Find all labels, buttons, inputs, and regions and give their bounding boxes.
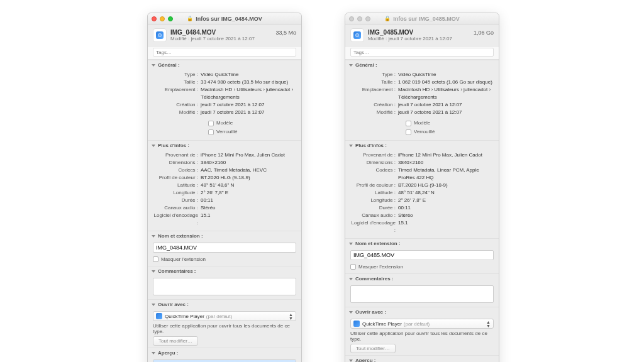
window-title: 🔒 Infos sur IMG_0485.MOV (345, 16, 499, 22)
disclosure-triangle-icon (152, 145, 155, 147)
more-block: Provenant de :iPhone 12 Mini Pro Max, Ju… (345, 150, 499, 238)
hide-extension-label: Masquer l'extension (161, 256, 206, 262)
kv-label: Création : (153, 101, 201, 109)
kv-label: Durée : (153, 197, 201, 204)
kv-value: 48° 51' 48,6" N (201, 182, 296, 189)
open-with-hint: Utiliser cette application pour ouvrir t… (350, 329, 494, 344)
section-name-label: Nom et extension : (158, 233, 203, 239)
checkbox-icon[interactable] (350, 264, 356, 270)
tags-input[interactable] (153, 48, 296, 57)
checkbox-icon[interactable] (153, 256, 158, 262)
kv-label: Durée : (350, 204, 398, 212)
kv-value: Timed Metadata, Linear PCM, Apple ProRes… (398, 167, 494, 182)
window-title-text: Infos sur IMG_0485.MOV (393, 16, 460, 22)
hide-extension-row[interactable]: Masquer l'extension (148, 255, 301, 266)
kv-label: Canaux audio : (350, 212, 398, 219)
kv-label: Dimensions : (153, 159, 201, 167)
section-more-header[interactable]: Plus d'infos : (345, 140, 499, 150)
disclosure-triangle-icon (349, 359, 353, 362)
checkbox-icon[interactable] (406, 129, 411, 135)
open-with-select[interactable]: QuickTime Player (par défaut) ▲▼ (350, 319, 494, 329)
section-preview-header[interactable]: Aperçu : (345, 355, 499, 362)
kv-value: 2° 26' 7,8" E (398, 197, 494, 204)
kv-value: 00:11 (201, 197, 296, 204)
locked-checkbox-row[interactable]: Verrouillé (406, 128, 494, 136)
filesize-short: 1,06 Go (474, 28, 494, 36)
general-block: Type :Vidéo QuickTime Taille :33 474 980… (148, 70, 301, 140)
info-window-1[interactable]: 🔒 Infos sur IMG_0484.MOV IMG_0484.MOV Mo… (147, 13, 302, 362)
kv-value: 15.1 (398, 219, 494, 234)
disclosure-triangle-icon (152, 235, 155, 238)
file-type-icon (350, 28, 364, 42)
more-block: Provenant de :iPhone 12 Mini Pro Max, Ju… (148, 150, 301, 231)
kv-label: Logiciel d'encodage : (153, 212, 201, 227)
checkbox-icon[interactable] (208, 121, 214, 126)
modified-summary: Modifié : jeudi 7 octobre 2021 à 12:07 (368, 36, 474, 41)
kv-label: Emplacement : (350, 86, 398, 101)
kv-value: Stéréo (398, 212, 494, 219)
locked-label: Verrouillé (414, 128, 435, 136)
section-openwith-header[interactable]: Ouvrir avec : (345, 307, 499, 317)
tags-row (148, 46, 301, 60)
change-all-button[interactable]: Tout modifier… (153, 336, 198, 346)
filename: IMG_0484.MOV (170, 29, 275, 36)
section-general-header[interactable]: Général : (345, 60, 499, 70)
section-openwith-label: Ouvrir avec : (355, 309, 386, 315)
filesize-short: 33,5 Mo (275, 28, 296, 36)
disclosure-triangle-icon (152, 270, 155, 273)
locked-label: Verrouillé (216, 128, 237, 136)
section-general-header[interactable]: Général : (148, 60, 301, 70)
kv-label: Taille : (350, 79, 398, 86)
titlebar[interactable]: 🔒 Infos sur IMG_0484.MOV (148, 13, 301, 25)
kv-label: Type : (350, 71, 398, 79)
section-name-header[interactable]: Nom et extension : (148, 231, 301, 241)
section-comments-header[interactable]: Commentaires : (148, 266, 301, 276)
open-with-select[interactable]: QuickTime Player (par défaut) ▲▼ (153, 311, 296, 321)
kv-value: Macintosh HD › Utilisateurs › juliencado… (201, 86, 296, 101)
section-general-label: Général : (158, 62, 180, 68)
template-checkbox-row[interactable]: Modèle (208, 119, 296, 128)
template-checkbox-row[interactable]: Modèle (406, 119, 494, 128)
filename-input[interactable] (350, 250, 494, 260)
template-label: Modèle (414, 119, 430, 128)
section-name-header[interactable]: Nom et extension : (345, 238, 499, 248)
select-arrows-icon: ▲▼ (486, 321, 491, 328)
section-comments-header[interactable]: Commentaires : (345, 273, 499, 283)
open-with-default: (par défaut) (206, 314, 232, 319)
template-label: Modèle (216, 119, 233, 128)
tags-input[interactable] (350, 48, 494, 57)
disclosure-triangle-icon (349, 145, 353, 147)
kv-value: jeudi 7 octobre 2021 à 12:07 (398, 109, 494, 116)
section-preview-header[interactable]: Aperçu : (148, 348, 301, 358)
kv-label: Latitude : (153, 182, 201, 189)
kv-label: Canaux audio : (153, 204, 201, 212)
kv-label: Modifié : (153, 109, 201, 116)
filename-input[interactable] (153, 243, 296, 253)
section-openwith-label: Ouvrir avec : (158, 302, 189, 307)
change-all-button[interactable]: Tout modifier… (350, 344, 396, 353)
disclosure-triangle-icon (152, 64, 155, 67)
hide-extension-row[interactable]: Masquer l'extension (345, 262, 499, 273)
kv-value: AAC, Timed Metadata, HEVC (201, 167, 296, 174)
kv-label: Longitude : (153, 189, 201, 197)
section-preview-label: Aperçu : (355, 358, 375, 362)
section-openwith-header[interactable]: Ouvrir avec : (148, 299, 301, 309)
info-window-2[interactable]: 🔒 Infos sur IMG_0485.MOV IMG_0485.MOV Mo… (345, 13, 499, 362)
section-comments-label: Commentaires : (355, 276, 393, 282)
kv-value: jeudi 7 octobre 2021 à 12:07 (201, 101, 296, 109)
section-more-label: Plus d'infos : (158, 143, 189, 148)
lock-icon: 🔒 (384, 16, 391, 21)
titlebar[interactable]: 🔒 Infos sur IMG_0485.MOV (345, 13, 499, 25)
section-more-header[interactable]: Plus d'infos : (148, 140, 301, 150)
disclosure-triangle-icon (152, 352, 155, 354)
locked-checkbox-row[interactable]: Verrouillé (208, 128, 296, 136)
kv-label: Latitude : (350, 189, 398, 197)
kv-value: 15.1 (201, 212, 296, 227)
comments-input[interactable] (350, 285, 494, 303)
checkbox-icon[interactable] (208, 129, 214, 135)
comments-input[interactable] (153, 278, 296, 295)
checkbox-icon[interactable] (406, 121, 411, 126)
file-type-icon (153, 28, 167, 42)
kv-value: BT.2020 HLG (9-18-9) (398, 182, 494, 189)
kv-label: Création : (350, 101, 398, 109)
